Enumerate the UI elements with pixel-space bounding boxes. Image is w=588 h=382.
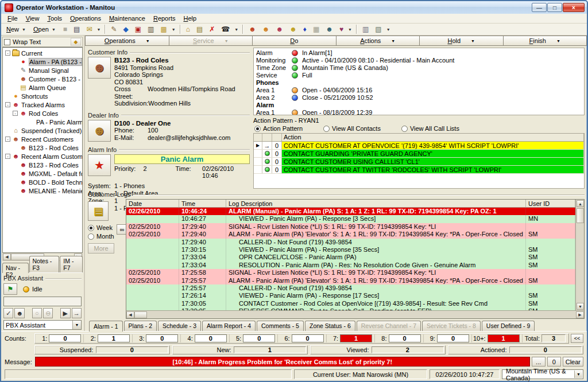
tab-notes-f3[interactable]: Notes - F3 <box>29 256 60 272</box>
delete-icon[interactable]: ✗ <box>206 24 218 34</box>
log-row[interactable]: 17:33:04OPR CANCEL/CLOSE - Panic Alarm (… <box>126 254 575 261</box>
operator-5-icon[interactable]: ☻ <box>323 24 336 34</box>
log-row[interactable]: 17:30:05CONTACT Customer - Rod Coles at … <box>126 300 575 307</box>
expander-icon[interactable]: - <box>5 154 10 159</box>
reports-group-dropdown[interactable]: ▼ <box>385 28 392 32</box>
close-button[interactable]: × <box>563 3 585 12</box>
people-group-dropdown[interactable]: ▼ <box>347 28 353 32</box>
operator-1-icon[interactable]: ☻ <box>246 24 259 34</box>
count-value[interactable]: 0 <box>243 334 275 342</box>
log-row[interactable]: 02/25/201017:29:40ALARM - Panic Alarm (P… <box>126 231 575 238</box>
menu-item-file[interactable]: File <box>3 14 22 22</box>
action-row[interactable]: 0CONTACT CUSTOMER USING CALLLIST 'CL1' <box>254 158 584 166</box>
radio-view-all-call-lists[interactable]: View All Call Lists <box>401 125 459 132</box>
pbx-play-button[interactable]: ▶ <box>60 308 70 318</box>
book-icon[interactable]: ▣ <box>132 24 144 34</box>
tab-nav-f2[interactable]: Nav - F2 <box>2 263 29 273</box>
count-value[interactable]: 0 <box>437 334 469 342</box>
chevron-down-icon[interactable]: ▼ <box>51 28 57 32</box>
column-header-date[interactable]: Date <box>126 200 179 207</box>
chevron-down-icon[interactable]: ▼ <box>471 39 475 43</box>
phone-icon[interactable]: ☎ <box>218 24 233 34</box>
log-row[interactable]: 10:46:27VIEWED - Panic Alarm (PA) - Resp… <box>126 215 575 223</box>
scroll-left-icon[interactable]: ◀ <box>126 311 134 318</box>
count-value[interactable]: 0 <box>146 334 178 342</box>
menu-item-tools[interactable]: Tools <box>43 14 66 22</box>
tab-user-defined-9[interactable]: User Defined - 9 <box>482 321 535 331</box>
tab-schedule-3[interactable]: Schedule - 3 <box>158 321 201 331</box>
menu-item-maintenance[interactable]: Maintenance <box>105 14 149 22</box>
week-radio[interactable]: Week <box>88 224 114 231</box>
chevron-down-icon[interactable]: ▼ <box>146 39 150 43</box>
column-header-time[interactable]: Time <box>179 200 226 207</box>
mail-icon[interactable]: ✉ <box>83 24 95 34</box>
tab-zone-status-6[interactable]: Zone Status - 6 <box>305 321 355 331</box>
do-button[interactable]: Do <box>253 36 336 46</box>
sidebar-item-b123-rod-coles[interactable]: ☻B123 - Rod Coles <box>3 143 82 152</box>
column-header-user-id[interactable]: User ID <box>526 200 575 207</box>
radio-view-all-contacts[interactable]: View All Contacts <box>323 125 381 132</box>
home-icon[interactable]: ⌂ <box>183 24 193 34</box>
logs-notes-button[interactable]: ▤ <box>88 201 109 221</box>
globe-icon[interactable]: ◆ <box>120 24 131 34</box>
collapse-counts-button[interactable]: << <box>571 334 583 343</box>
blank-disabled-icon[interactable]: ■ <box>60 24 70 34</box>
sidebar-item-customer-b123-rod-coles[interactable]: ☻Customer - B123 - Rod Coles <box>3 75 82 83</box>
message-clear-button[interactable]: Clear <box>563 357 583 367</box>
customer-portrait-button[interactable]: ☻ <box>88 57 111 79</box>
sidebar-item-mgxml-default-for-mediag[interactable]: ☻MGXML - Default for MediaG <box>3 169 82 178</box>
more-button[interactable]: More <box>88 243 114 254</box>
operator-2-icon[interactable]: ☻ <box>260 24 273 34</box>
report-icon[interactable]: ▧ <box>372 24 384 34</box>
operator-4-icon[interactable]: ☻ <box>287 24 300 34</box>
log-row[interactable]: 02/26/201010:46:24ALARM (Manual) - Panic… <box>126 208 575 215</box>
log-row[interactable]: 02/25/201017:25:58SIGNAL - Rcvr Listen N… <box>126 269 575 276</box>
logs-scroll-thumb[interactable] <box>577 208 584 223</box>
dealer-portrait-button[interactable]: ☻ <box>88 120 111 142</box>
hold-button[interactable]: Hold▼ <box>420 36 504 46</box>
count-value[interactable]: 0 <box>292 334 324 342</box>
sidebar-item-rod-coles[interactable]: -☻Rod Coles <box>3 109 82 118</box>
count-value[interactable]: 1 <box>488 334 520 342</box>
log-row[interactable]: 02/25/201017:29:40SIGNAL - Rcvr Listen N… <box>126 223 575 231</box>
expander-icon[interactable]: - <box>13 111 18 116</box>
scroll-down-icon[interactable]: ▼ <box>577 303 584 310</box>
count-value[interactable]: 0 <box>389 334 421 342</box>
tools-group-dropdown[interactable]: ▼ <box>171 28 177 32</box>
action-row[interactable]: 0CONTACT GUARDING 'PRIVATE GUARD AGENCY' <box>254 150 584 158</box>
sidebar-item-recent-alarm-customers[interactable]: -☻Recent Alarm Customers <box>3 152 82 161</box>
print-icon[interactable]: ▤ <box>71 24 83 34</box>
pbx-transfer-button[interactable]: → <box>72 308 82 318</box>
pbx-input[interactable] <box>3 297 82 306</box>
pbx-flag-button[interactable]: ⚑ <box>3 283 17 295</box>
folder-icon[interactable]: ▤ <box>194 24 206 34</box>
month-radio[interactable]: Month <box>88 233 114 240</box>
actions-button[interactable]: Actions▼ <box>336 36 420 46</box>
sidebar-item-pa-panic-alarm[interactable]: PA - Panic Alarm <box>3 118 82 126</box>
chevron-down-icon[interactable]: ▼ <box>21 28 27 32</box>
log-row[interactable]: 02/25/201017:25:57ALARM - Panic Alarm (P… <box>126 277 575 284</box>
tab-im-f7[interactable]: IM - F7 <box>60 256 83 272</box>
sidebar-item-alarm-queue[interactable]: ▤Alarm Queue <box>3 83 82 92</box>
scroll-up-icon[interactable]: ▲ <box>577 200 584 207</box>
grid-disabled-icon[interactable]: ▦ <box>310 24 322 34</box>
log-row[interactable]: 17:33:04RESOLUTION - Panic Alarm (PA) - … <box>126 262 575 269</box>
expander-icon[interactable]: - <box>5 102 10 107</box>
log-row[interactable]: 17:30:15VIEWED - Panic Alarm (PA) - Resp… <box>126 246 575 254</box>
sidebar-item-alarm-pa-b123-rod-coles[interactable]: ●Alarm - PA (B123 - Rod Coles <box>3 57 82 66</box>
copy-icon[interactable]: ▩ <box>157 24 169 34</box>
count-value[interactable]: 0 <box>195 334 227 342</box>
tab-plans-2[interactable]: Plans - 2 <box>124 321 157 331</box>
timezone-combobox[interactable]: Mountain Time (US & Canada) ▼ <box>502 369 583 379</box>
message-more-button[interactable]: ... <box>532 357 546 367</box>
count-value[interactable]: 0 <box>49 334 81 342</box>
menu-item-view[interactable]: View <box>22 14 44 22</box>
pbx-accept-button[interactable]: ✓ <box>3 308 13 318</box>
sidebar-item-shortcuts[interactable]: ●Shortcuts <box>3 92 82 100</box>
manual-signal-icon[interactable]: ✎ <box>108 24 119 34</box>
pbx-combobox[interactable]: PBX Assistant ▼ <box>3 320 82 330</box>
alarm-bell-button[interactable]: ★ <box>88 154 111 176</box>
sidebar-item-manual-signal[interactable]: ✎Manual Signal <box>3 66 82 75</box>
log-row[interactable]: 17:29:40CALLER-ID - Not Found (719) 439-… <box>126 239 575 246</box>
heart-icon[interactable]: ♥ <box>336 24 346 34</box>
